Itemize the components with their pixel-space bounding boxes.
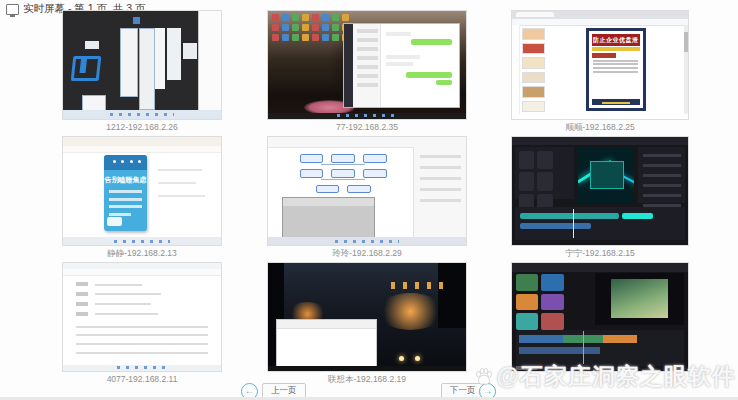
note-poster: 告别瞌睡焦虑 [104, 155, 147, 231]
screen-cell-7[interactable]: 4077-192.168.2.11 [62, 262, 222, 385]
gray-dialog-window [282, 197, 375, 240]
screen-cell-6[interactable]: 宁宁-192.168.2.15 [511, 136, 689, 259]
screen-cell-9[interactable] [511, 262, 689, 385]
remote-screen-preview-7[interactable] [62, 262, 222, 372]
screen-cell-3[interactable]: 防止企业优盘泄密 顺顺-192.168.2.25 [511, 10, 689, 133]
article-poster: 防止企业优盘泄密 [586, 28, 646, 111]
screen-cell-5[interactable]: 玲玲-192.168.2.29 [267, 136, 467, 259]
remote-screen-preview-3[interactable]: 防止企业优盘泄密 [511, 10, 689, 120]
screen-label-7: 4077-192.168.2.11 [62, 374, 222, 385]
remote-screen-preview-4[interactable]: 告别瞌睡焦虑 [62, 136, 222, 246]
remote-screen-preview-2[interactable] [267, 10, 467, 120]
screen-label-3: 顺顺-192.168.2.25 [511, 122, 689, 133]
remote-screen-preview-5[interactable] [267, 136, 467, 246]
screen-cell-8[interactable]: 联想本-192.168.2.19 [267, 262, 467, 385]
app-logo-icon [71, 56, 102, 81]
remote-screen-preview-6[interactable] [511, 136, 689, 246]
screen-label-4: 静静-192.168.2.13 [62, 248, 222, 259]
note-title: 告别瞌睡焦虑 [104, 175, 147, 185]
remote-screen-preview-9[interactable] [511, 262, 689, 372]
remote-screen-preview-1[interactable] [62, 10, 222, 120]
screen-label-1: 1212-192.168.2.26 [62, 122, 222, 133]
screen-cell-4[interactable]: 告别瞌睡焦虑 静静-192.168.2.13 [62, 136, 222, 259]
realtime-screens-page: 实时屏幕 - 第 1 页, 共 3 页 1212-192.168.2.26 [0, 0, 738, 400]
monitor-icon [6, 4, 19, 15]
screen-cell-1[interactable]: 1212-192.168.2.26 [62, 10, 222, 133]
video-preview [578, 147, 634, 203]
remote-screen-preview-8[interactable] [267, 262, 467, 372]
template-thumbnails [522, 28, 545, 112]
screen-label-6: 宁宁-192.168.2.15 [511, 248, 689, 259]
video-preview [595, 273, 685, 325]
poster-title: 防止企业优盘泄密 [592, 34, 639, 46]
screen-label-5: 玲玲-192.168.2.29 [267, 248, 467, 259]
screen-cell-2[interactable]: 77-192.168.2.35 [267, 10, 467, 133]
screen-label-2: 77-192.168.2.35 [267, 122, 467, 133]
white-window [276, 319, 377, 372]
media-tiles [516, 274, 590, 330]
screen-label-9 [511, 374, 689, 385]
wechat-window [343, 23, 460, 108]
